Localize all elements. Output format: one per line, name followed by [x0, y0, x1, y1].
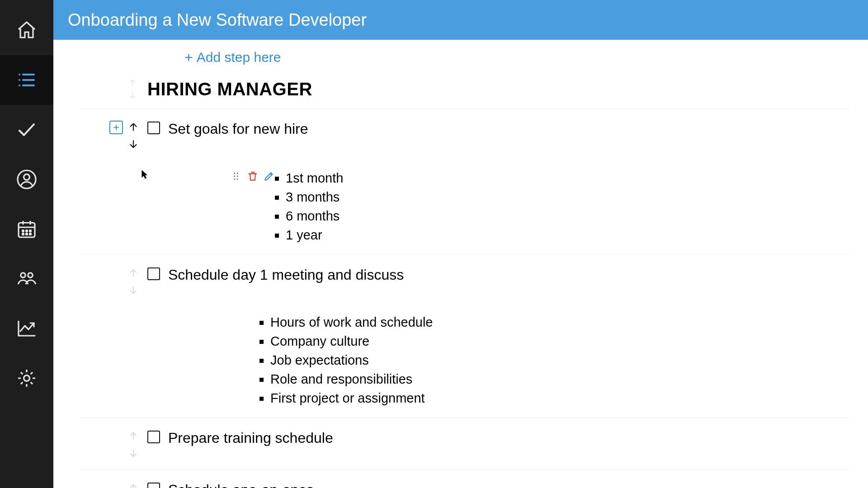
svg-point-18 — [21, 273, 25, 277]
section-header: HIRING MANAGER — [80, 78, 850, 100]
nav-settings[interactable] — [0, 353, 53, 403]
step-reorder-arrows[interactable] — [127, 121, 139, 150]
step-title: Schedule one-on-ones — [168, 480, 314, 488]
sidebar — [0, 0, 53, 488]
section-title: HIRING MANAGER — [147, 79, 312, 99]
plus-icon: + — [184, 50, 193, 65]
chart-icon — [16, 318, 38, 339]
step-item: + Set goals for new hire — [80, 108, 850, 254]
arrow-down-icon — [127, 285, 139, 296]
svg-point-21 — [234, 173, 235, 174]
svg-point-13 — [26, 230, 27, 231]
calendar-icon — [16, 218, 38, 240]
substep-item: Job expectations — [270, 351, 850, 370]
main: Onboarding a New Software Developer + Ad… — [53, 0, 868, 488]
step-checkbox[interactable] — [147, 122, 160, 134]
substep-item: 3 months — [286, 188, 343, 206]
step-title: Set goals for new hire — [168, 119, 308, 139]
nav-list[interactable] — [0, 55, 53, 105]
step-checkbox[interactable] — [147, 431, 160, 443]
section-reorder-arrows[interactable] — [127, 78, 137, 100]
check-icon — [16, 119, 38, 141]
arrow-down-icon — [127, 90, 137, 100]
substep-item: Hours of work and schedule — [270, 313, 850, 332]
step-item: Prepare training schedule — [80, 418, 850, 469]
nav-check[interactable] — [0, 105, 53, 155]
arrow-down-icon — [127, 139, 139, 150]
svg-point-14 — [29, 230, 31, 231]
svg-point-25 — [234, 178, 235, 180]
svg-point-7 — [24, 174, 30, 180]
step-title: Prepare training schedule — [168, 428, 333, 448]
content: + Add step here HIRING MANAGER + — [53, 40, 868, 488]
drag-handle-icon[interactable] — [231, 170, 242, 182]
home-icon — [16, 19, 38, 41]
step-reorder-arrows[interactable] — [127, 267, 139, 296]
substep-list: 1st month 3 months 6 months 1 year — [286, 169, 343, 244]
nav-analytics[interactable] — [0, 304, 53, 353]
add-step-label: Add step here — [197, 50, 281, 65]
step-checkbox[interactable] — [147, 483, 160, 488]
nav-people[interactable] — [0, 254, 53, 304]
trash-icon[interactable] — [247, 170, 259, 182]
svg-point-15 — [22, 233, 24, 235]
add-step-button[interactable]: + Add step here — [184, 50, 281, 65]
nav-home[interactable] — [0, 5, 53, 55]
step-reorder-arrows[interactable] — [127, 482, 139, 488]
page-title: Onboarding a New Software Developer — [68, 10, 367, 30]
svg-point-24 — [236, 175, 238, 177]
arrow-up-icon — [127, 430, 139, 441]
arrow-up-icon — [127, 482, 139, 488]
arrow-up-icon — [127, 78, 137, 88]
header: Onboarding a New Software Developer — [53, 0, 868, 40]
svg-point-23 — [234, 175, 235, 177]
substep-item: 1 year — [286, 225, 343, 244]
substep-item: First project or assignment — [270, 389, 850, 408]
step-checkbox[interactable] — [147, 267, 160, 280]
substep-item: 1st month — [286, 169, 343, 188]
step-item: Schedule day 1 meeting and discuss Hours… — [80, 254, 850, 418]
substep-item: Role and responsibilities — [270, 370, 850, 389]
substep-list: Hours of work and schedule Company cultu… — [270, 313, 850, 408]
substep-item: 6 months — [286, 206, 343, 225]
svg-point-17 — [29, 233, 31, 235]
substep-item: Company culture — [270, 332, 850, 351]
list-icon — [16, 69, 38, 91]
arrow-up-icon — [127, 121, 139, 132]
step-title: Schedule day 1 meeting and discuss — [168, 265, 404, 285]
step-item: Schedule one-on-ones — [80, 469, 850, 488]
step-reorder-arrows[interactable] — [127, 430, 139, 460]
nav-user[interactable] — [0, 155, 53, 204]
arrow-down-icon — [127, 448, 139, 460]
pencil-icon[interactable] — [263, 170, 275, 182]
svg-point-20 — [24, 375, 30, 381]
svg-point-19 — [28, 273, 33, 277]
nav-calendar[interactable] — [0, 204, 53, 254]
gear-icon — [16, 367, 38, 389]
svg-point-22 — [236, 173, 238, 174]
people-icon — [16, 268, 38, 290]
add-substep-button[interactable]: + — [109, 121, 123, 134]
cursor-icon — [139, 169, 151, 180]
svg-point-26 — [236, 178, 238, 180]
arrow-up-icon — [127, 267, 139, 278]
user-icon — [16, 169, 38, 190]
svg-point-12 — [22, 230, 24, 231]
svg-point-16 — [26, 233, 27, 235]
